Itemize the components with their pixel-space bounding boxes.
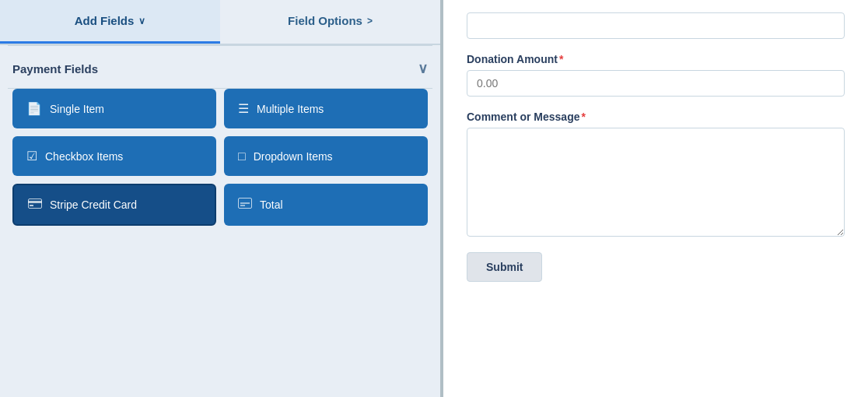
svg-rect-2 xyxy=(30,205,33,206)
dropdown-items-button[interactable]: □ Dropdown Items xyxy=(224,136,428,176)
left-panel: Add Fields ∨ Field Options > Payment Fie… xyxy=(0,0,443,397)
donation-required-star: * xyxy=(559,53,563,65)
donation-label: Donation Amount* xyxy=(467,53,845,65)
donation-field: Donation Amount* xyxy=(467,53,845,97)
multiple-items-button[interactable]: ☰ Multiple Items xyxy=(224,89,428,128)
total-button[interactable]: Total xyxy=(224,184,428,226)
right-panel: Donation Amount* Comment or Message* Sub… xyxy=(443,0,868,397)
checkbox-items-icon: ☑ xyxy=(26,149,37,163)
tab-bar: Add Fields ∨ Field Options > xyxy=(0,0,440,45)
form-area: Donation Amount* Comment or Message* xyxy=(443,45,868,252)
comment-textarea[interactable] xyxy=(467,128,845,237)
stripe-credit-card-label: Stripe Credit Card xyxy=(50,198,137,211)
svg-rect-1 xyxy=(28,201,42,203)
fields-grid: 📄 Single Item ☰ Multiple Items ☑ Checkbo… xyxy=(0,89,440,238)
multiple-items-label: Multiple Items xyxy=(257,103,324,115)
stripe-credit-card-icon xyxy=(28,198,42,212)
svg-rect-0 xyxy=(29,199,42,209)
total-label: Total xyxy=(260,198,283,211)
payment-fields-header[interactable]: Payment Fields ∨ xyxy=(0,46,440,88)
payment-fields-label: Payment Fields xyxy=(12,62,98,76)
dropdown-items-icon: □ xyxy=(238,149,246,163)
checkbox-items-button[interactable]: ☑ Checkbox Items xyxy=(12,136,216,176)
comment-label: Comment or Message* xyxy=(467,111,845,123)
single-item-button[interactable]: 📄 Single Item xyxy=(12,89,216,128)
single-item-icon: 📄 xyxy=(26,101,42,116)
total-icon xyxy=(238,198,252,212)
payment-fields-chevron-icon: ∨ xyxy=(418,60,428,77)
multiple-items-icon: ☰ xyxy=(238,101,249,116)
field-options-label: Field Options xyxy=(288,14,362,27)
top-input-area xyxy=(443,0,868,45)
comment-required-star: * xyxy=(581,111,585,123)
submit-button[interactable]: Submit xyxy=(467,252,542,282)
donation-input[interactable] xyxy=(467,70,845,97)
top-text-input[interactable] xyxy=(467,12,845,39)
single-item-label: Single Item xyxy=(50,103,104,115)
checkbox-items-label: Checkbox Items xyxy=(45,150,123,163)
add-fields-label: Add Fields xyxy=(75,14,135,27)
stripe-credit-card-button[interactable]: Stripe Credit Card xyxy=(12,184,216,226)
dropdown-items-label: Dropdown Items xyxy=(254,150,333,163)
comment-field: Comment or Message* xyxy=(467,111,845,237)
tab-add-fields[interactable]: Add Fields ∨ xyxy=(0,0,220,44)
field-options-chevron-icon: > xyxy=(367,16,373,26)
tab-field-options[interactable]: Field Options > xyxy=(220,0,440,44)
add-fields-chevron-icon: ∨ xyxy=(138,16,145,26)
